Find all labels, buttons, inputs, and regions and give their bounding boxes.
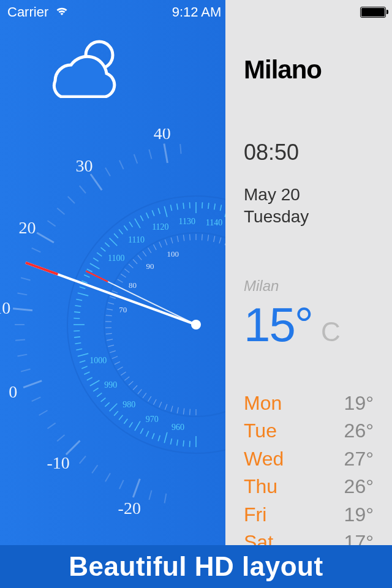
svg-text:40: 40 [154,129,171,143]
forecast-day: Fri [244,501,266,529]
svg-line-99 [152,210,154,216]
svg-line-136 [108,345,114,346]
svg-line-72 [76,349,82,350]
svg-line-78 [74,312,80,312]
svg-line-110 [221,205,222,211]
svg-line-145 [112,291,118,293]
svg-line-157 [165,239,167,245]
svg-text:1120: 1120 [152,222,168,232]
forecast-temp: 27° [344,445,374,473]
svg-line-164 [208,235,208,241]
info-panel[interactable]: Milano 08:50 May 20 Tuesday Milan 15° C … [225,0,392,545]
svg-line-126 [143,393,146,398]
svg-line-98 [146,213,149,218]
svg-line-62 [105,402,109,407]
svg-line-146 [115,285,120,287]
svg-line-83 [81,281,87,283]
weather-location: Milan [244,277,392,295]
svg-line-154 [148,247,151,252]
svg-line-97 [140,216,143,221]
svg-line-102 [170,205,172,211]
gauge-panel[interactable]: 403020100-10-20 115011401130112011101100… [0,0,225,545]
svg-line-68 [84,372,89,374]
date-display: May 20 Tuesday [244,184,392,228]
svg-line-125 [148,396,151,401]
svg-text:1140: 1140 [206,218,222,227]
forecast-row[interactable]: Fri19° [244,501,392,529]
svg-line-18 [68,197,75,203]
svg-line-85 [87,269,92,272]
svg-text:0: 0 [9,382,17,401]
svg-line-11 [133,479,140,497]
svg-line-19 [57,208,64,214]
svg-line-121 [171,406,173,412]
svg-line-51 [164,432,167,443]
svg-line-63 [101,398,106,402]
svg-line-94 [124,225,127,230]
svg-line-14 [134,154,137,164]
svg-line-135 [110,351,116,353]
battery-icon [360,7,386,18]
svg-line-141 [106,315,112,316]
svg-line-129 [129,381,133,385]
svg-line-24 [17,293,27,295]
forecast-row[interactable]: Thu26° [244,473,392,500]
svg-line-35 [105,473,110,481]
svg-line-16 [105,168,110,176]
forecast-temp: 19° [344,501,374,529]
svg-line-15 [119,160,124,170]
promo-banner: Beautiful HD layout [0,545,392,588]
svg-text:1110: 1110 [128,235,145,244]
svg-line-122 [165,404,167,410]
svg-line-74 [74,337,80,337]
svg-line-188 [26,263,196,325]
svg-line-84 [84,275,89,277]
svg-text:1130: 1130 [178,217,195,226]
svg-line-89 [101,247,106,251]
svg-line-60 [114,411,118,415]
svg-line-165 [214,236,215,242]
svg-line-33 [80,456,86,463]
svg-point-4 [104,233,225,417]
svg-line-104 [183,203,184,209]
svg-line-23 [21,277,30,280]
svg-line-103 [177,203,178,209]
svg-line-160 [183,235,184,241]
svg-line-92 [114,233,118,238]
weekday-value: Tuesday [244,206,392,228]
forecast-row[interactable]: Wed27° [244,445,392,473]
svg-text:-20: -20 [118,499,141,518]
svg-line-119 [183,409,184,415]
svg-line-124 [154,399,157,405]
forecast-row[interactable]: Mon19° [244,390,392,417]
svg-line-70 [80,361,86,363]
svg-text:970: 970 [146,415,159,424]
svg-line-93 [119,230,123,235]
svg-line-80 [76,299,82,300]
svg-line-21 [32,248,41,252]
svg-line-29 [32,397,41,401]
svg-line-130 [124,377,129,380]
carrier-label: Carrier [7,4,48,20]
svg-line-142 [107,309,113,310]
svg-text:100: 100 [167,249,179,258]
svg-line-158 [171,238,173,244]
svg-line-8 [13,309,32,311]
forecast-row[interactable]: Tue26° [244,417,392,445]
svg-text:980: 980 [123,400,135,409]
svg-line-108 [208,203,209,209]
svg-text:960: 960 [172,423,184,432]
svg-line-100 [158,208,160,214]
svg-line-166 [219,238,221,244]
svg-line-149 [124,269,129,273]
svg-line-48 [183,440,184,447]
forecast-temp: 26° [344,473,374,500]
svg-line-77 [74,318,80,319]
svg-line-67 [87,377,92,380]
svg-line-147 [118,279,123,282]
svg-text:90: 90 [146,262,154,271]
svg-line-137 [107,339,113,341]
forecast-day: Mon [244,390,282,417]
svg-line-5 [164,144,168,164]
svg-line-26 [15,339,25,340]
